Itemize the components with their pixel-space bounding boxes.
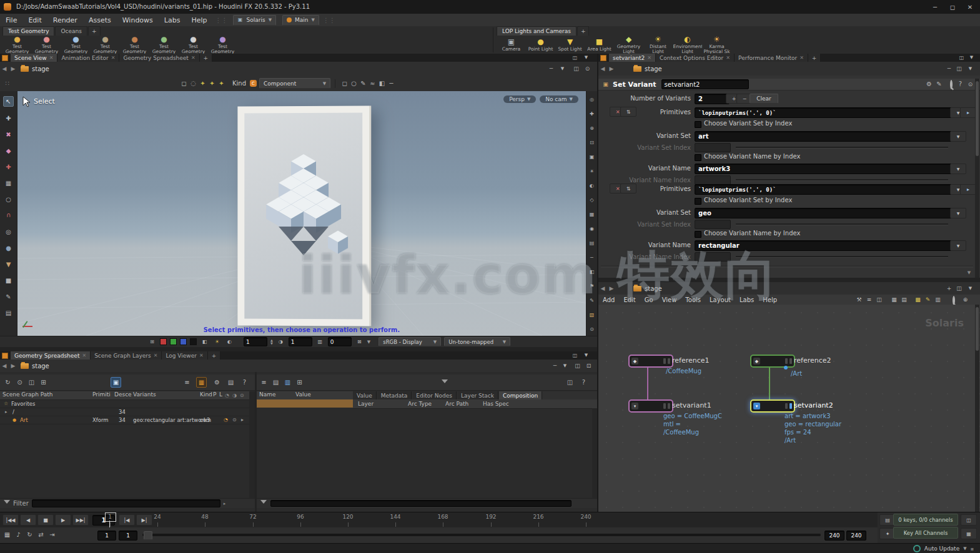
display-flag[interactable] [789, 403, 792, 409]
shelf-tool-test-geometry-2[interactable]: ●Test Geometry [32, 34, 61, 54]
inspector-selected-row[interactable] [257, 399, 353, 408]
frame-view-icon[interactable]: ⊡ [587, 138, 596, 147]
wire-reference2-setvariant2[interactable] [769, 365, 770, 400]
help-icon[interactable]: ? [956, 80, 965, 89]
choose-set-index-checkbox[interactable] [695, 198, 701, 205]
pane-menu-icon[interactable]: ▼ [582, 54, 591, 62]
node-setvariant2[interactable]: ▾ [750, 399, 795, 413]
col-name[interactable]: Name [259, 391, 276, 398]
help-icon[interactable]: ? [240, 378, 249, 387]
clear-button[interactable]: Clear [750, 94, 778, 104]
loop-mode-icon[interactable]: ⇄ [36, 530, 46, 539]
refresh-icon[interactable]: ↻ [3, 378, 12, 387]
view-pan-icon[interactable]: ✚ [587, 109, 596, 119]
row-expand-icon[interactable]: ▸ [241, 417, 244, 423]
shelf-tool-karma-physical-sky[interactable]: ☀Karma Physical Sk [702, 34, 731, 54]
select-groups-icon[interactable]: ✦ [207, 79, 217, 88]
pane-menu-icon[interactable]: ▼ [582, 351, 591, 360]
brightness-icon[interactable]: ☀ [212, 337, 222, 346]
network-menu-go[interactable]: Go [640, 295, 658, 305]
pin-icon[interactable]: ⊙ [966, 80, 975, 89]
snapshot-icon[interactable]: ◉ [587, 224, 596, 233]
node-label[interactable]: setvariant2 [794, 401, 833, 409]
shelf-tool-test-geometry-7[interactable]: ●Test Geometry [179, 34, 208, 54]
edit-icon[interactable]: ✎ [934, 80, 944, 89]
wrench-icon[interactable]: ⚒ [854, 295, 864, 305]
row-view-icon[interactable]: ▤ [271, 378, 280, 387]
primitives-field[interactable]: `lopinputprims('.', 0)` [695, 107, 956, 118]
brush-select-icon[interactable]: ≈ [368, 79, 377, 88]
pane-split-icon[interactable]: ◫ [954, 284, 964, 293]
display-prims-icon[interactable]: ▦ [587, 210, 596, 219]
tab-editor-nodes[interactable]: Editor Nodes [412, 391, 457, 399]
tab-metadata[interactable]: Metadata [377, 391, 412, 399]
inspector-vscrollbar[interactable] [592, 408, 597, 498]
network-menu-edit[interactable]: Edit [619, 295, 640, 305]
channel-list-icon[interactable]: ▦ [961, 528, 977, 539]
scale-tool-icon[interactable]: ◆ [4, 146, 13, 155]
grid-snap-icon[interactable]: ▦ [4, 179, 13, 188]
scene-view-path[interactable]: stage [32, 66, 49, 72]
inspector-funnel-icon[interactable] [442, 379, 448, 386]
gamma-field[interactable]: 1 [244, 337, 267, 346]
table-row[interactable]: ▸ / 34 [0, 408, 249, 416]
pane-menu-icon[interactable]: ▼ [558, 64, 567, 74]
pane-pin-icon[interactable]: ⊡ [584, 361, 593, 371]
lut-icon[interactable]: ⊠ [355, 337, 364, 346]
pane-split-icon[interactable]: ◫ [573, 361, 582, 371]
magnet-snap-icon[interactable]: ∪ [4, 211, 13, 220]
snapshot-panel-icon[interactable]: ◫ [565, 378, 575, 387]
menu-file[interactable]: File [0, 14, 22, 26]
gamma-stepper[interactable]: ▲▼ [270, 339, 273, 345]
variant-name-menu-button[interactable]: ▼ [950, 164, 966, 174]
realtime-toggle-icon[interactable]: ↻ [25, 530, 34, 539]
stop-button[interactable]: ■ [37, 514, 54, 526]
node-flag[interactable] [785, 403, 788, 409]
filter-input[interactable] [32, 499, 220, 507]
update-mode-selector[interactable]: Auto Update ▼ ▪ [913, 544, 974, 553]
pin-prim-icon[interactable]: ⊙ [15, 378, 24, 387]
grid-view-icon[interactable]: ⊞ [295, 378, 304, 387]
network-scrollbar[interactable] [975, 305, 979, 512]
display-flag[interactable] [789, 358, 792, 364]
shelf-tab-lop-lights-cameras[interactable]: LOP Lights and Cameras [497, 26, 577, 36]
marquee-select-icon[interactable]: ◻ [340, 79, 349, 88]
expander-icon[interactable]: ▸ [5, 409, 7, 414]
framed-artwork[interactable] [237, 105, 371, 326]
display-set-icon[interactable]: ⊞ [147, 337, 157, 346]
shelf-tool-test-geometry-1[interactable]: ●Test Geometry [2, 34, 32, 54]
pose-tool-icon[interactable]: ✚ [4, 162, 13, 172]
pane-split-icon[interactable]: ◫ [954, 64, 964, 74]
table-row[interactable]: ● Art Xform 34 geo:rectangular art:artwo… [0, 416, 249, 424]
node-label[interactable]: reference1 [672, 356, 710, 365]
pane-menu-icon[interactable]: ▼ [966, 284, 975, 293]
back-icon[interactable]: ◀ [598, 285, 607, 291]
node-label[interactable]: reference2 [794, 356, 831, 365]
variant-name-field[interactable]: rectangular [695, 240, 956, 251]
menu-render[interactable]: Render [47, 14, 83, 26]
node-setvariant1[interactable]: ▾ [628, 399, 673, 413]
menu-help[interactable]: Help [186, 14, 212, 26]
paint-select-icon[interactable]: ✎ [359, 79, 368, 88]
audio-icon[interactable]: ♪ [14, 530, 23, 539]
close-button[interactable]: ✕ [961, 0, 979, 14]
col-l[interactable]: L [219, 391, 222, 398]
scroll-right-icon[interactable]: ▸ [224, 501, 226, 506]
forward-icon[interactable]: ▶ [607, 285, 616, 291]
tab-geometry-spreadsheet[interactable]: Geometry Spreadsheet✕ [11, 351, 91, 360]
network-menu-labs[interactable]: Labs [735, 295, 758, 305]
select-tool-icon[interactable]: ↖ [3, 96, 14, 107]
orient-icon[interactable]: ● [4, 243, 13, 253]
tab-add-button[interactable]: + [200, 54, 213, 62]
column-view-icon[interactable]: ▥ [283, 378, 292, 387]
header-flag-icon[interactable]: ⊙ [240, 393, 244, 398]
tab-log-viewer[interactable]: Log Viewer✕ [162, 351, 207, 360]
wireframe-icon[interactable]: ◇ [587, 195, 596, 205]
horizontal-splitter[interactable] [0, 347, 597, 351]
play-button[interactable]: ▶ [55, 514, 71, 526]
spreadsheet-path[interactable]: stage [32, 363, 49, 369]
prev-frame-button[interactable]: ◀ [20, 514, 36, 526]
close-icon[interactable]: ✕ [111, 55, 116, 61]
scrollbar-handle[interactable] [976, 307, 979, 351]
tab-composition[interactable]: Composition [499, 391, 542, 399]
